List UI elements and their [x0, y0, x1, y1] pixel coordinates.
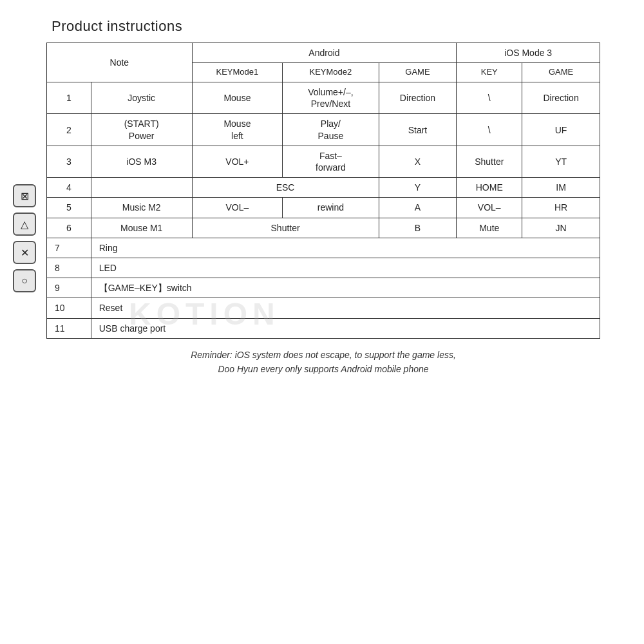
row-key-ios: Shutter — [457, 146, 522, 177]
row-key-ios: \ — [457, 82, 522, 114]
table-header-row-1: Note Android iOS Mode 3 — [47, 43, 600, 63]
icon-cross: ✕ — [13, 241, 36, 264]
icon-triangle: △ — [13, 213, 36, 236]
row-game-android: A — [379, 198, 457, 218]
row-game-android: X — [379, 146, 457, 177]
row-wide-note: Ring — [91, 238, 600, 258]
icon-circle: ○ — [13, 269, 36, 292]
header-keymode1: KEYMode1 — [192, 63, 283, 82]
row-keymode1: Mouse — [192, 82, 283, 114]
row-keymode2: Volume+/–,Prev/Next — [283, 82, 379, 114]
table-row: 10 Reset — [47, 298, 600, 318]
row-note: Joystic — [91, 82, 192, 114]
row-game-android: Start — [379, 114, 457, 146]
instructions-table: Note Android iOS Mode 3 KEYMode1 KEYMode… — [46, 43, 600, 339]
row-key-ios: VOL– — [457, 198, 522, 218]
table-row: 8 LED — [47, 258, 600, 278]
row-keymode2: Play/Pause — [283, 114, 379, 146]
row-num: 9 — [47, 278, 91, 298]
icon-square: ⊠ — [13, 184, 36, 207]
row-note: (START)Power — [91, 114, 192, 146]
row-game-android: Direction — [379, 82, 457, 114]
row-game-android: B — [379, 218, 457, 238]
instructions-table-wrapper: Note Android iOS Mode 3 KEYMode1 KEYMode… — [46, 43, 600, 376]
header-game-android: GAME — [379, 63, 457, 82]
row-num: 3 — [47, 146, 91, 177]
header-key-ios: KEY — [457, 63, 522, 82]
header-game-ios: GAME — [522, 63, 600, 82]
row-key-ios: HOME — [457, 178, 522, 198]
row-game-ios: JN — [522, 218, 600, 238]
row-num: 7 — [47, 238, 91, 258]
row-game-ios: YT — [522, 146, 600, 177]
header-ios: iOS Mode 3 — [457, 43, 600, 63]
table-row: 3 iOS M3 VOL+ Fast–forward X Shutter YT — [47, 146, 600, 177]
row-esc: ESC — [192, 178, 379, 198]
row-num: 8 — [47, 258, 91, 278]
row-num: 4 — [47, 178, 91, 198]
row-game-ios: UF — [522, 114, 600, 146]
row-note: Music M2 — [91, 198, 192, 218]
row-wide-note: LED — [91, 258, 600, 278]
row-wide-note: USB charge port — [91, 318, 600, 338]
row-num: 1 — [47, 82, 91, 114]
table-row: 6 Mouse M1 Shutter B Mute JN — [47, 218, 600, 238]
row-keymode1: Mouseleft — [192, 114, 283, 146]
table-row: 5 Music M2 VOL– rewind A VOL– HR — [47, 198, 600, 218]
table-row: 7 Ring — [47, 238, 600, 258]
side-icons-container: ⊠ △ ✕ ○ — [13, 184, 36, 295]
row-game-ios: Direction — [522, 82, 600, 114]
row-key-ios: Mute — [457, 218, 522, 238]
row-num: 5 — [47, 198, 91, 218]
table-row: 4 ESC Y HOME IM — [47, 178, 600, 198]
header-note: Note — [47, 43, 193, 82]
row-keymode2: Fast–forward — [283, 146, 379, 177]
row-keymode2: rewind — [283, 198, 379, 218]
page-title: Product instructions — [52, 18, 644, 35]
row-num: 2 — [47, 114, 91, 146]
row-shutter: Shutter — [192, 218, 379, 238]
table-row: 11 USB charge port — [47, 318, 600, 338]
header-keymode2: KEYMode2 — [283, 63, 379, 82]
row-keymode1: VOL+ — [192, 146, 283, 177]
table-row: 2 (START)Power Mouseleft Play/Pause Star… — [47, 114, 600, 146]
row-num: 10 — [47, 298, 91, 318]
row-wide-note: 【GAME–KEY】switch — [91, 278, 600, 298]
row-game-ios: HR — [522, 198, 600, 218]
row-num: 6 — [47, 218, 91, 238]
reminder-text: Reminder: iOS system does not escape, to… — [46, 348, 600, 377]
row-game-ios: IM — [522, 178, 600, 198]
row-note — [91, 178, 192, 198]
row-wide-note: Reset — [91, 298, 600, 318]
row-key-ios: \ — [457, 114, 522, 146]
row-keymode1: VOL– — [192, 198, 283, 218]
table-row: 1 Joystic Mouse Volume+/–,Prev/Next Dire… — [47, 82, 600, 114]
row-note: iOS M3 — [91, 146, 192, 177]
row-num: 11 — [47, 318, 91, 338]
row-note: Mouse M1 — [91, 218, 192, 238]
row-game-android: Y — [379, 178, 457, 198]
table-row: 9 【GAME–KEY】switch — [47, 278, 600, 298]
header-android: Android — [192, 43, 457, 63]
